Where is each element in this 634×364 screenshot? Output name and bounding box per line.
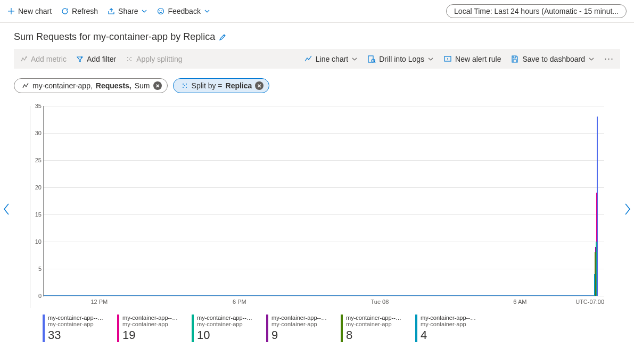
legend-item[interactable]: my-container-app--h7...my-container-app8 bbox=[341, 315, 405, 342]
metric-icon-small bbox=[22, 82, 29, 89]
gridline bbox=[44, 214, 604, 215]
legend-series-value: 19 bbox=[122, 328, 181, 342]
refresh-button[interactable]: Refresh bbox=[61, 7, 98, 15]
time-range-picker[interactable]: Local Time: Last 24 hours (Automatic - 1… bbox=[446, 4, 627, 18]
legend-item[interactable]: my-container-app--h7...my-container-app1… bbox=[117, 315, 181, 342]
line-chart-icon bbox=[304, 55, 312, 63]
feedback-label: Feedback bbox=[168, 7, 200, 15]
legend-series-value: 10 bbox=[197, 328, 256, 342]
svg-point-0 bbox=[158, 9, 164, 14]
remove-split-icon[interactable]: ✕ bbox=[255, 81, 264, 90]
legend-series-name: my-container-app--h7... bbox=[346, 315, 405, 321]
add-filter-label: Add filter bbox=[87, 55, 116, 63]
add-metric-label: Add metric bbox=[31, 55, 67, 63]
svg-point-2 bbox=[162, 10, 163, 11]
legend-series-sub: my-container-app bbox=[346, 321, 405, 327]
split-pill-value: Replica bbox=[226, 81, 252, 90]
chevron-down-icon bbox=[204, 8, 210, 14]
gridline bbox=[44, 187, 604, 188]
metric-pill-agg: Sum bbox=[135, 81, 150, 90]
data-baseline bbox=[44, 295, 598, 296]
svg-point-15 bbox=[184, 85, 185, 86]
refresh-icon bbox=[61, 7, 69, 15]
new-alert-label: New alert rule bbox=[455, 55, 501, 63]
legend-item[interactable]: my-container-app--h7...my-container-app4 bbox=[415, 315, 479, 342]
feedback-button[interactable]: Feedback bbox=[157, 7, 210, 15]
share-label: Share bbox=[118, 7, 138, 15]
y-tick-label: 15 bbox=[32, 211, 42, 218]
metric-pill-metric: Requests, bbox=[96, 81, 131, 90]
new-chart-label: New chart bbox=[18, 7, 52, 15]
more-options-button[interactable]: ··· bbox=[604, 53, 614, 64]
y-tick-label: 25 bbox=[32, 157, 42, 163]
chevron-down-icon bbox=[351, 56, 358, 62]
plus-icon bbox=[7, 7, 15, 15]
drill-into-logs-button[interactable]: Drill into Logs bbox=[367, 55, 434, 63]
gridline bbox=[44, 133, 604, 134]
share-button[interactable]: Share bbox=[108, 7, 147, 15]
gridline bbox=[44, 269, 604, 269]
drill-logs-label: Drill into Logs bbox=[379, 55, 424, 63]
legend-item[interactable]: my-container-app--h7...my-container-app1… bbox=[192, 315, 256, 342]
save-icon bbox=[511, 55, 519, 63]
metric-pill-scope: my-container-app, bbox=[32, 81, 93, 90]
save-to-dashboard-button[interactable]: Save to dashboard bbox=[511, 55, 595, 63]
split-icon bbox=[126, 55, 133, 63]
new-chart-button[interactable]: New chart bbox=[7, 7, 52, 15]
legend-series-name: my-container-app--h7... bbox=[421, 315, 479, 321]
edit-title-icon[interactable] bbox=[218, 33, 227, 42]
refresh-label: Refresh bbox=[72, 7, 98, 15]
legend-series-name: my-container-app--h7... bbox=[48, 315, 106, 321]
plot-region[interactable]: 05101520253035 bbox=[43, 106, 604, 296]
chart-plot-area: 05101520253035 12 PM6 PMTue 086 AMUTC-07… bbox=[30, 106, 604, 308]
svg-point-6 bbox=[130, 60, 131, 61]
y-tick-label: 0 bbox=[32, 293, 42, 299]
alert-icon bbox=[443, 55, 452, 63]
svg-point-12 bbox=[186, 84, 187, 85]
legend-series-name: my-container-app--h7... bbox=[122, 315, 181, 321]
apply-splitting-label: Apply splitting bbox=[136, 55, 182, 63]
chevron-down-icon bbox=[427, 56, 434, 62]
chart-legend: my-container-app--h7...my-container-app3… bbox=[0, 311, 634, 351]
smiley-icon bbox=[157, 7, 164, 15]
top-toolbar: New chart Refresh Share Feedback Local T… bbox=[0, 0, 634, 23]
legend-series-value: 9 bbox=[271, 328, 330, 342]
legend-series-sub: my-container-app bbox=[122, 321, 181, 327]
legend-series-sub: my-container-app bbox=[48, 321, 106, 327]
chart-type-label: Line chart bbox=[316, 55, 348, 63]
x-axis-labels: 12 PM6 PMTue 086 AMUTC-07:00 bbox=[43, 299, 604, 308]
split-pill[interactable]: Split by = Replica ✕ bbox=[173, 78, 270, 93]
svg-point-3 bbox=[127, 57, 128, 58]
chevron-down-icon bbox=[588, 56, 595, 62]
gridline bbox=[44, 242, 604, 242]
timezone-label: UTC-07:00 bbox=[575, 299, 604, 305]
add-metric-button[interactable]: Add metric bbox=[20, 55, 67, 63]
prev-time-arrow[interactable] bbox=[2, 202, 11, 218]
save-dashboard-label: Save to dashboard bbox=[522, 55, 585, 63]
color-swatch bbox=[266, 315, 268, 342]
legend-series-value: 33 bbox=[48, 328, 106, 342]
svg-point-1 bbox=[160, 10, 161, 11]
time-range-label: Local Time: Last 24 hours (Automatic - 1… bbox=[454, 7, 619, 15]
y-tick-label: 10 bbox=[32, 238, 42, 245]
new-alert-rule-button[interactable]: New alert rule bbox=[443, 55, 501, 63]
chart-type-dropdown[interactable]: Line chart bbox=[304, 55, 358, 63]
metric-editor-bar: Add metric Add filter Apply splitting Li… bbox=[14, 49, 620, 69]
svg-point-13 bbox=[183, 87, 184, 88]
add-filter-button[interactable]: Add filter bbox=[76, 55, 116, 63]
apply-splitting-button[interactable]: Apply splitting bbox=[126, 55, 182, 63]
legend-item[interactable]: my-container-app--h7...my-container-app3… bbox=[43, 315, 106, 342]
color-swatch bbox=[341, 315, 343, 342]
legend-series-name: my-container-app--h7... bbox=[197, 315, 256, 321]
svg-point-5 bbox=[127, 60, 128, 61]
metric-pill[interactable]: my-container-app, Requests, Sum ✕ bbox=[14, 78, 168, 93]
legend-item[interactable]: my-container-app--h7...my-container-app9 bbox=[266, 315, 330, 342]
next-time-arrow[interactable] bbox=[623, 202, 632, 218]
filter-icon bbox=[76, 55, 84, 63]
chart-title-row: Sum Requests for my-container-app by Rep… bbox=[0, 23, 634, 49]
color-swatch bbox=[117, 315, 119, 342]
gridline bbox=[44, 106, 604, 106]
sparkle-icon bbox=[20, 55, 28, 63]
remove-metric-icon[interactable]: ✕ bbox=[153, 81, 162, 90]
color-swatch bbox=[415, 315, 417, 342]
